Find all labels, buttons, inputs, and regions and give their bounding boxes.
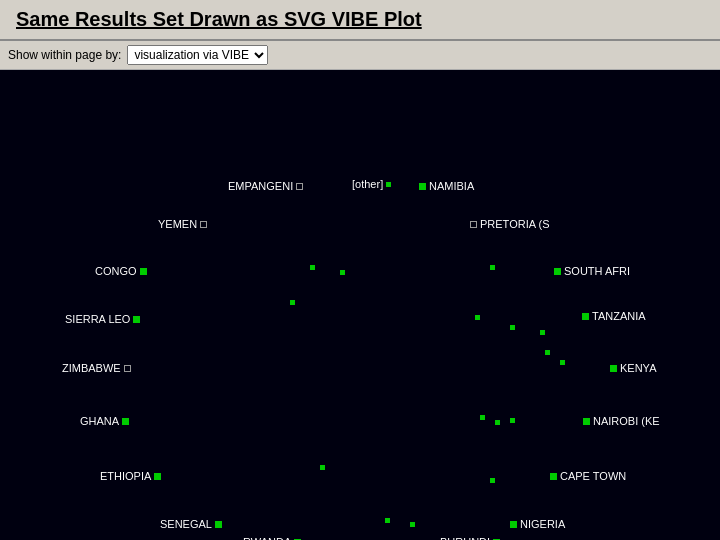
node-congo: CONGO bbox=[95, 265, 147, 277]
scatter-dot-3 bbox=[290, 300, 295, 305]
viz-container: EMPANGENI[other]NAMIBIAYEMENPRETORIA (SC… bbox=[0, 70, 720, 540]
page-title: Same Results Set Drawn as SVG VIBE Plot bbox=[0, 0, 720, 41]
node-dot-sierra_leone bbox=[133, 316, 140, 323]
scatter-dot-13 bbox=[490, 478, 495, 483]
node-dot-yemen bbox=[200, 221, 207, 228]
node-dot-ethiopia bbox=[154, 473, 161, 480]
node-label-text-tanzania: TANZANIA bbox=[592, 310, 646, 322]
node-dot-ghana bbox=[122, 418, 129, 425]
node-empangeni: EMPANGENI bbox=[228, 180, 303, 192]
node-ethiopia: ETHIOPIA bbox=[100, 470, 161, 482]
scatter-dot-0 bbox=[310, 265, 315, 270]
scatter-dot-4 bbox=[475, 315, 480, 320]
node-sierra_leone: SIERRA LEO bbox=[65, 313, 140, 325]
node-pretoria: PRETORIA (S bbox=[470, 218, 549, 230]
node-label-text-congo: CONGO bbox=[95, 265, 137, 277]
scatter-dot-2 bbox=[490, 265, 495, 270]
node-south_africa: SOUTH AFRI bbox=[554, 265, 630, 277]
node-ghana: GHANA bbox=[80, 415, 129, 427]
node-dot-nairobi bbox=[583, 418, 590, 425]
scatter-dot-8 bbox=[560, 360, 565, 365]
node-label-text-rwanda: RWANDA bbox=[243, 536, 291, 540]
node-label-text-ghana: GHANA bbox=[80, 415, 119, 427]
show-within-label: Show within page by: bbox=[8, 48, 121, 62]
node-tanzania: TANZANIA bbox=[582, 310, 646, 322]
node-dot-senegal bbox=[215, 521, 222, 528]
scatter-dot-9 bbox=[480, 415, 485, 420]
node-label-text-cape_town: CAPE TOWN bbox=[560, 470, 626, 482]
node-label-text-senegal: SENEGAL bbox=[160, 518, 212, 530]
node-kenya: KENYA bbox=[610, 362, 656, 374]
scatter-dot-12 bbox=[320, 465, 325, 470]
scatter-dot-1 bbox=[340, 270, 345, 275]
node-dot-other bbox=[386, 182, 391, 187]
scatter-dot-6 bbox=[540, 330, 545, 335]
node-burundi: BURUNDI bbox=[440, 536, 500, 540]
node-dot-tanzania bbox=[582, 313, 589, 320]
node-dot-pretoria bbox=[470, 221, 477, 228]
node-label-text-other: [other] bbox=[352, 178, 383, 190]
node-label-text-pretoria: PRETORIA (S bbox=[480, 218, 549, 230]
node-other: [other] bbox=[352, 178, 391, 190]
scatter-dot-15 bbox=[410, 522, 415, 527]
node-namibia: NAMIBIA bbox=[419, 180, 474, 192]
node-label-text-namibia: NAMIBIA bbox=[429, 180, 474, 192]
node-label-text-nairobi: NAIROBI (KE bbox=[593, 415, 660, 427]
node-zimbabwe: ZIMBABWE bbox=[62, 362, 131, 374]
node-dot-zimbabwe bbox=[124, 365, 131, 372]
node-cape_town: CAPE TOWN bbox=[550, 470, 626, 482]
node-label-text-burundi: BURUNDI bbox=[440, 536, 490, 540]
node-yemen: YEMEN bbox=[158, 218, 207, 230]
node-dot-kenya bbox=[610, 365, 617, 372]
node-dot-empangeni bbox=[296, 183, 303, 190]
node-label-text-south_africa: SOUTH AFRI bbox=[564, 265, 630, 277]
node-rwanda: RWANDA bbox=[243, 536, 301, 540]
visualization-select[interactable]: visualization via VIBEtablelist bbox=[127, 45, 268, 65]
node-label-text-empangeni: EMPANGENI bbox=[228, 180, 293, 192]
node-dot-namibia bbox=[419, 183, 426, 190]
node-nairobi: NAIROBI (KE bbox=[583, 415, 660, 427]
scatter-dot-14 bbox=[385, 518, 390, 523]
scatter-dot-10 bbox=[495, 420, 500, 425]
node-dot-nigeria bbox=[510, 521, 517, 528]
node-nigeria: NIGERIA bbox=[510, 518, 565, 530]
node-label-text-kenya: KENYA bbox=[620, 362, 656, 374]
node-label-text-sierra_leone: SIERRA LEO bbox=[65, 313, 130, 325]
node-senegal: SENEGAL bbox=[160, 518, 222, 530]
node-label-text-yemen: YEMEN bbox=[158, 218, 197, 230]
node-dot-south_africa bbox=[554, 268, 561, 275]
scatter-dot-7 bbox=[545, 350, 550, 355]
node-label-text-zimbabwe: ZIMBABWE bbox=[62, 362, 121, 374]
controls-bar: Show within page by: visualization via V… bbox=[0, 41, 720, 70]
node-dot-cape_town bbox=[550, 473, 557, 480]
node-label-text-nigeria: NIGERIA bbox=[520, 518, 565, 530]
node-label-text-ethiopia: ETHIOPIA bbox=[100, 470, 151, 482]
node-dot-congo bbox=[140, 268, 147, 275]
scatter-dot-5 bbox=[510, 325, 515, 330]
scatter-dot-11 bbox=[510, 418, 515, 423]
